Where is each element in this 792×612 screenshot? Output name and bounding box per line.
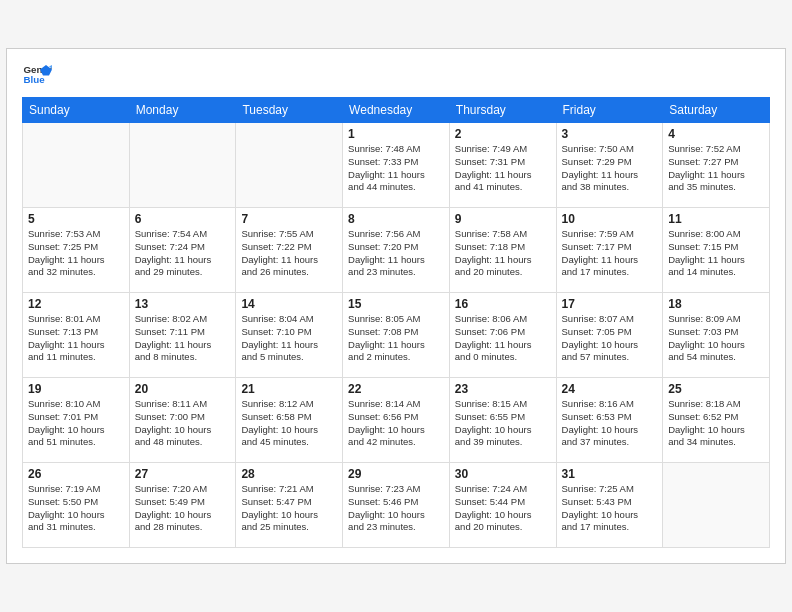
day-number: 15 [348, 297, 444, 311]
weekday-header-row: SundayMondayTuesdayWednesdayThursdayFrid… [23, 98, 770, 123]
day-number: 11 [668, 212, 764, 226]
calendar-cell: 15Sunrise: 8:05 AM Sunset: 7:08 PM Dayli… [343, 293, 450, 378]
day-info: Sunrise: 7:21 AM Sunset: 5:47 PM Dayligh… [241, 483, 337, 534]
calendar-cell: 4Sunrise: 7:52 AM Sunset: 7:27 PM Daylig… [663, 123, 770, 208]
calendar-cell: 3Sunrise: 7:50 AM Sunset: 7:29 PM Daylig… [556, 123, 663, 208]
day-number: 14 [241, 297, 337, 311]
calendar-cell: 9Sunrise: 7:58 AM Sunset: 7:18 PM Daylig… [449, 208, 556, 293]
day-number: 27 [135, 467, 231, 481]
day-info: Sunrise: 8:15 AM Sunset: 6:55 PM Dayligh… [455, 398, 551, 449]
calendar-cell: 5Sunrise: 7:53 AM Sunset: 7:25 PM Daylig… [23, 208, 130, 293]
calendar-cell [236, 123, 343, 208]
calendar-cell: 10Sunrise: 7:59 AM Sunset: 7:17 PM Dayli… [556, 208, 663, 293]
calendar-cell: 27Sunrise: 7:20 AM Sunset: 5:49 PM Dayli… [129, 463, 236, 548]
day-info: Sunrise: 8:10 AM Sunset: 7:01 PM Dayligh… [28, 398, 124, 449]
day-info: Sunrise: 8:00 AM Sunset: 7:15 PM Dayligh… [668, 228, 764, 279]
day-info: Sunrise: 7:58 AM Sunset: 7:18 PM Dayligh… [455, 228, 551, 279]
day-number: 17 [562, 297, 658, 311]
day-number: 8 [348, 212, 444, 226]
calendar-cell: 7Sunrise: 7:55 AM Sunset: 7:22 PM Daylig… [236, 208, 343, 293]
day-number: 2 [455, 127, 551, 141]
day-info: Sunrise: 7:50 AM Sunset: 7:29 PM Dayligh… [562, 143, 658, 194]
calendar-cell: 11Sunrise: 8:00 AM Sunset: 7:15 PM Dayli… [663, 208, 770, 293]
day-info: Sunrise: 7:54 AM Sunset: 7:24 PM Dayligh… [135, 228, 231, 279]
calendar-cell: 14Sunrise: 8:04 AM Sunset: 7:10 PM Dayli… [236, 293, 343, 378]
calendar-cell [23, 123, 130, 208]
day-info: Sunrise: 8:09 AM Sunset: 7:03 PM Dayligh… [668, 313, 764, 364]
weekday-header-monday: Monday [129, 98, 236, 123]
calendar-cell [129, 123, 236, 208]
calendar-cell: 12Sunrise: 8:01 AM Sunset: 7:13 PM Dayli… [23, 293, 130, 378]
calendar-cell: 23Sunrise: 8:15 AM Sunset: 6:55 PM Dayli… [449, 378, 556, 463]
weekday-header-thursday: Thursday [449, 98, 556, 123]
day-info: Sunrise: 7:56 AM Sunset: 7:20 PM Dayligh… [348, 228, 444, 279]
logo-area: General Blue [22, 59, 52, 89]
generalblue-logo-icon: General Blue [22, 59, 52, 89]
day-info: Sunrise: 8:11 AM Sunset: 7:00 PM Dayligh… [135, 398, 231, 449]
calendar-cell: 18Sunrise: 8:09 AM Sunset: 7:03 PM Dayli… [663, 293, 770, 378]
day-info: Sunrise: 8:14 AM Sunset: 6:56 PM Dayligh… [348, 398, 444, 449]
week-row-3: 12Sunrise: 8:01 AM Sunset: 7:13 PM Dayli… [23, 293, 770, 378]
day-info: Sunrise: 8:07 AM Sunset: 7:05 PM Dayligh… [562, 313, 658, 364]
day-number: 7 [241, 212, 337, 226]
week-row-4: 19Sunrise: 8:10 AM Sunset: 7:01 PM Dayli… [23, 378, 770, 463]
day-info: Sunrise: 8:06 AM Sunset: 7:06 PM Dayligh… [455, 313, 551, 364]
calendar-cell: 31Sunrise: 7:25 AM Sunset: 5:43 PM Dayli… [556, 463, 663, 548]
day-info: Sunrise: 8:18 AM Sunset: 6:52 PM Dayligh… [668, 398, 764, 449]
day-number: 4 [668, 127, 764, 141]
day-number: 3 [562, 127, 658, 141]
day-number: 31 [562, 467, 658, 481]
day-number: 25 [668, 382, 764, 396]
day-number: 26 [28, 467, 124, 481]
day-number: 13 [135, 297, 231, 311]
day-info: Sunrise: 7:48 AM Sunset: 7:33 PM Dayligh… [348, 143, 444, 194]
day-info: Sunrise: 7:59 AM Sunset: 7:17 PM Dayligh… [562, 228, 658, 279]
day-number: 10 [562, 212, 658, 226]
day-info: Sunrise: 7:52 AM Sunset: 7:27 PM Dayligh… [668, 143, 764, 194]
day-info: Sunrise: 7:24 AM Sunset: 5:44 PM Dayligh… [455, 483, 551, 534]
calendar-cell: 19Sunrise: 8:10 AM Sunset: 7:01 PM Dayli… [23, 378, 130, 463]
day-number: 30 [455, 467, 551, 481]
calendar-container: General Blue SundayMondayTuesdayWednesda… [6, 48, 786, 564]
calendar-cell: 26Sunrise: 7:19 AM Sunset: 5:50 PM Dayli… [23, 463, 130, 548]
day-number: 24 [562, 382, 658, 396]
day-number: 18 [668, 297, 764, 311]
weekday-header-sunday: Sunday [23, 98, 130, 123]
day-info: Sunrise: 8:04 AM Sunset: 7:10 PM Dayligh… [241, 313, 337, 364]
weekday-header-tuesday: Tuesday [236, 98, 343, 123]
calendar-cell: 30Sunrise: 7:24 AM Sunset: 5:44 PM Dayli… [449, 463, 556, 548]
day-info: Sunrise: 8:01 AM Sunset: 7:13 PM Dayligh… [28, 313, 124, 364]
calendar-grid: SundayMondayTuesdayWednesdayThursdayFrid… [22, 97, 770, 548]
calendar-cell: 8Sunrise: 7:56 AM Sunset: 7:20 PM Daylig… [343, 208, 450, 293]
day-info: Sunrise: 7:25 AM Sunset: 5:43 PM Dayligh… [562, 483, 658, 534]
day-number: 12 [28, 297, 124, 311]
calendar-cell: 24Sunrise: 8:16 AM Sunset: 6:53 PM Dayli… [556, 378, 663, 463]
day-info: Sunrise: 7:20 AM Sunset: 5:49 PM Dayligh… [135, 483, 231, 534]
week-row-5: 26Sunrise: 7:19 AM Sunset: 5:50 PM Dayli… [23, 463, 770, 548]
day-info: Sunrise: 7:55 AM Sunset: 7:22 PM Dayligh… [241, 228, 337, 279]
day-number: 29 [348, 467, 444, 481]
calendar-cell: 6Sunrise: 7:54 AM Sunset: 7:24 PM Daylig… [129, 208, 236, 293]
day-info: Sunrise: 7:23 AM Sunset: 5:46 PM Dayligh… [348, 483, 444, 534]
day-info: Sunrise: 7:53 AM Sunset: 7:25 PM Dayligh… [28, 228, 124, 279]
day-info: Sunrise: 7:49 AM Sunset: 7:31 PM Dayligh… [455, 143, 551, 194]
day-number: 23 [455, 382, 551, 396]
day-number: 21 [241, 382, 337, 396]
day-number: 16 [455, 297, 551, 311]
day-number: 5 [28, 212, 124, 226]
calendar-cell: 13Sunrise: 8:02 AM Sunset: 7:11 PM Dayli… [129, 293, 236, 378]
day-number: 1 [348, 127, 444, 141]
day-number: 28 [241, 467, 337, 481]
calendar-cell [663, 463, 770, 548]
day-number: 6 [135, 212, 231, 226]
calendar-cell: 21Sunrise: 8:12 AM Sunset: 6:58 PM Dayli… [236, 378, 343, 463]
week-row-2: 5Sunrise: 7:53 AM Sunset: 7:25 PM Daylig… [23, 208, 770, 293]
day-info: Sunrise: 8:16 AM Sunset: 6:53 PM Dayligh… [562, 398, 658, 449]
weekday-header-friday: Friday [556, 98, 663, 123]
day-info: Sunrise: 8:12 AM Sunset: 6:58 PM Dayligh… [241, 398, 337, 449]
calendar-cell: 22Sunrise: 8:14 AM Sunset: 6:56 PM Dayli… [343, 378, 450, 463]
calendar-cell: 29Sunrise: 7:23 AM Sunset: 5:46 PM Dayli… [343, 463, 450, 548]
weekday-header-saturday: Saturday [663, 98, 770, 123]
calendar-cell: 28Sunrise: 7:21 AM Sunset: 5:47 PM Dayli… [236, 463, 343, 548]
day-info: Sunrise: 8:05 AM Sunset: 7:08 PM Dayligh… [348, 313, 444, 364]
